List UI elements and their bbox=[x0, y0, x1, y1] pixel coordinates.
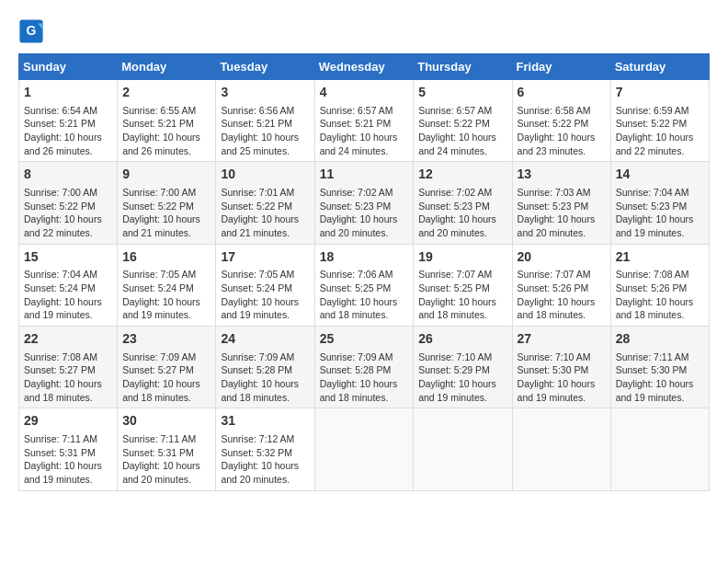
calendar-cell: 17Sunrise: 7:05 AMSunset: 5:24 PMDayligh… bbox=[216, 244, 314, 326]
day-info: Sunrise: 7:09 AMSunset: 5:27 PMDaylight:… bbox=[122, 351, 200, 403]
calendar-cell: 9Sunrise: 7:00 AMSunset: 5:22 PMDaylight… bbox=[118, 162, 216, 244]
day-info: Sunrise: 7:04 AMSunset: 5:23 PMDaylight:… bbox=[616, 187, 694, 238]
day-info: Sunrise: 7:11 AMSunset: 5:30 PMDaylight:… bbox=[616, 351, 694, 403]
day-info: Sunrise: 7:09 AMSunset: 5:28 PMDaylight:… bbox=[221, 351, 299, 403]
day-info: Sunrise: 7:11 AMSunset: 5:31 PMDaylight:… bbox=[122, 433, 200, 485]
calendar-cell bbox=[512, 408, 610, 490]
calendar-cell: 18Sunrise: 7:06 AMSunset: 5:25 PMDayligh… bbox=[314, 244, 414, 326]
calendar-cell: 10Sunrise: 7:01 AMSunset: 5:22 PMDayligh… bbox=[216, 162, 314, 244]
day-number: 9 bbox=[122, 166, 210, 184]
calendar-cell: 11Sunrise: 7:02 AMSunset: 5:23 PMDayligh… bbox=[314, 162, 414, 244]
day-number: 29 bbox=[24, 412, 112, 431]
calendar-cell: 27Sunrise: 7:10 AMSunset: 5:30 PMDayligh… bbox=[512, 327, 610, 408]
column-header-tuesday: Tuesday bbox=[216, 54, 314, 80]
day-info: Sunrise: 6:57 AMSunset: 5:22 PMDaylight:… bbox=[418, 105, 496, 156]
day-number: 3 bbox=[221, 84, 309, 102]
header-row: SundayMondayTuesdayWednesdayThursdayFrid… bbox=[19, 54, 710, 80]
calendar-cell: 24Sunrise: 7:09 AMSunset: 5:28 PMDayligh… bbox=[216, 327, 314, 408]
calendar-cell: 13Sunrise: 7:03 AMSunset: 5:23 PMDayligh… bbox=[512, 162, 610, 244]
day-info: Sunrise: 7:01 AMSunset: 5:22 PMDaylight:… bbox=[221, 187, 299, 238]
day-number: 22 bbox=[24, 330, 112, 349]
day-number: 27 bbox=[518, 330, 606, 349]
day-info: Sunrise: 7:10 AMSunset: 5:29 PMDaylight:… bbox=[418, 351, 496, 403]
column-header-friday: Friday bbox=[512, 54, 610, 80]
page-header: G bbox=[18, 18, 710, 44]
day-number: 16 bbox=[122, 248, 210, 267]
day-info: Sunrise: 7:05 AMSunset: 5:24 PMDaylight:… bbox=[122, 269, 200, 320]
calendar-cell: 6Sunrise: 6:58 AMSunset: 5:22 PMDaylight… bbox=[512, 80, 610, 162]
day-number: 19 bbox=[418, 248, 506, 267]
column-header-sunday: Sunday bbox=[19, 54, 118, 80]
day-number: 21 bbox=[616, 248, 704, 267]
day-number: 5 bbox=[418, 84, 506, 102]
day-info: Sunrise: 7:08 AMSunset: 5:27 PMDaylight:… bbox=[24, 351, 102, 403]
day-number: 1 bbox=[24, 84, 112, 102]
day-number: 17 bbox=[221, 248, 309, 267]
day-number: 7 bbox=[616, 84, 704, 102]
logo-icon: G bbox=[18, 18, 44, 44]
calendar-cell: 4Sunrise: 6:57 AMSunset: 5:21 PMDaylight… bbox=[314, 80, 414, 162]
calendar-row: 8Sunrise: 7:00 AMSunset: 5:22 PMDaylight… bbox=[19, 162, 710, 244]
day-number: 6 bbox=[518, 84, 606, 102]
day-number: 28 bbox=[616, 330, 704, 349]
day-info: Sunrise: 7:03 AMSunset: 5:23 PMDaylight:… bbox=[518, 187, 596, 238]
day-info: Sunrise: 7:02 AMSunset: 5:23 PMDaylight:… bbox=[320, 187, 398, 238]
day-info: Sunrise: 7:08 AMSunset: 5:26 PMDaylight:… bbox=[616, 269, 694, 320]
calendar-cell: 7Sunrise: 6:59 AMSunset: 5:22 PMDaylight… bbox=[610, 80, 709, 162]
day-number: 12 bbox=[418, 166, 506, 184]
calendar-cell: 15Sunrise: 7:04 AMSunset: 5:24 PMDayligh… bbox=[19, 244, 118, 326]
day-info: Sunrise: 7:00 AMSunset: 5:22 PMDaylight:… bbox=[24, 187, 102, 238]
day-number: 18 bbox=[320, 248, 409, 267]
calendar-cell: 12Sunrise: 7:02 AMSunset: 5:23 PMDayligh… bbox=[414, 162, 512, 244]
calendar-cell: 25Sunrise: 7:09 AMSunset: 5:28 PMDayligh… bbox=[314, 327, 414, 408]
day-number: 31 bbox=[221, 412, 309, 431]
day-number: 20 bbox=[518, 248, 606, 267]
day-info: Sunrise: 7:00 AMSunset: 5:22 PMDaylight:… bbox=[122, 187, 200, 238]
column-header-saturday: Saturday bbox=[610, 54, 709, 80]
calendar-cell: 8Sunrise: 7:00 AMSunset: 5:22 PMDaylight… bbox=[19, 162, 118, 244]
day-info: Sunrise: 6:55 AMSunset: 5:21 PMDaylight:… bbox=[122, 105, 200, 156]
calendar-cell: 21Sunrise: 7:08 AMSunset: 5:26 PMDayligh… bbox=[610, 244, 709, 326]
day-info: Sunrise: 7:10 AMSunset: 5:30 PMDaylight:… bbox=[518, 351, 596, 403]
day-info: Sunrise: 6:59 AMSunset: 5:22 PMDaylight:… bbox=[616, 105, 694, 156]
day-info: Sunrise: 6:56 AMSunset: 5:21 PMDaylight:… bbox=[221, 105, 299, 156]
day-number: 15 bbox=[24, 248, 112, 267]
day-info: Sunrise: 7:12 AMSunset: 5:32 PMDaylight:… bbox=[221, 433, 299, 485]
day-number: 13 bbox=[518, 166, 606, 184]
column-header-wednesday: Wednesday bbox=[314, 54, 414, 80]
calendar-cell: 28Sunrise: 7:11 AMSunset: 5:30 PMDayligh… bbox=[610, 327, 709, 408]
calendar-cell: 20Sunrise: 7:07 AMSunset: 5:26 PMDayligh… bbox=[512, 244, 610, 326]
calendar-cell: 22Sunrise: 7:08 AMSunset: 5:27 PMDayligh… bbox=[19, 327, 118, 408]
calendar-row: 29Sunrise: 7:11 AMSunset: 5:31 PMDayligh… bbox=[19, 408, 710, 490]
day-number: 2 bbox=[122, 84, 210, 102]
calendar-table: SundayMondayTuesdayWednesdayThursdayFrid… bbox=[18, 53, 710, 491]
day-info: Sunrise: 7:04 AMSunset: 5:24 PMDaylight:… bbox=[24, 269, 102, 320]
day-info: Sunrise: 6:54 AMSunset: 5:21 PMDaylight:… bbox=[24, 105, 102, 156]
calendar-cell: 19Sunrise: 7:07 AMSunset: 5:25 PMDayligh… bbox=[414, 244, 512, 326]
calendar-cell: 5Sunrise: 6:57 AMSunset: 5:22 PMDaylight… bbox=[414, 80, 512, 162]
calendar-cell: 3Sunrise: 6:56 AMSunset: 5:21 PMDaylight… bbox=[216, 80, 314, 162]
day-number: 11 bbox=[320, 166, 409, 184]
calendar-cell bbox=[610, 408, 709, 490]
column-header-monday: Monday bbox=[118, 54, 216, 80]
day-number: 24 bbox=[221, 330, 309, 349]
calendar-row: 1Sunrise: 6:54 AMSunset: 5:21 PMDaylight… bbox=[19, 80, 710, 162]
calendar-cell bbox=[414, 408, 512, 490]
day-number: 4 bbox=[320, 84, 409, 102]
svg-text:G: G bbox=[27, 23, 37, 38]
day-info: Sunrise: 7:05 AMSunset: 5:24 PMDaylight:… bbox=[221, 269, 299, 320]
day-info: Sunrise: 7:09 AMSunset: 5:28 PMDaylight:… bbox=[320, 351, 398, 403]
day-number: 25 bbox=[320, 330, 409, 349]
calendar-cell: 23Sunrise: 7:09 AMSunset: 5:27 PMDayligh… bbox=[118, 327, 216, 408]
day-number: 14 bbox=[616, 166, 704, 184]
column-header-thursday: Thursday bbox=[414, 54, 512, 80]
calendar-cell: 29Sunrise: 7:11 AMSunset: 5:31 PMDayligh… bbox=[19, 408, 118, 490]
calendar-cell: 30Sunrise: 7:11 AMSunset: 5:31 PMDayligh… bbox=[118, 408, 216, 490]
calendar-cell: 26Sunrise: 7:10 AMSunset: 5:29 PMDayligh… bbox=[414, 327, 512, 408]
calendar-cell: 2Sunrise: 6:55 AMSunset: 5:21 PMDaylight… bbox=[118, 80, 216, 162]
day-info: Sunrise: 7:06 AMSunset: 5:25 PMDaylight:… bbox=[320, 269, 398, 320]
day-number: 8 bbox=[24, 166, 112, 184]
calendar-cell: 31Sunrise: 7:12 AMSunset: 5:32 PMDayligh… bbox=[216, 408, 314, 490]
day-info: Sunrise: 7:07 AMSunset: 5:25 PMDaylight:… bbox=[418, 269, 496, 320]
calendar-cell: 14Sunrise: 7:04 AMSunset: 5:23 PMDayligh… bbox=[610, 162, 709, 244]
